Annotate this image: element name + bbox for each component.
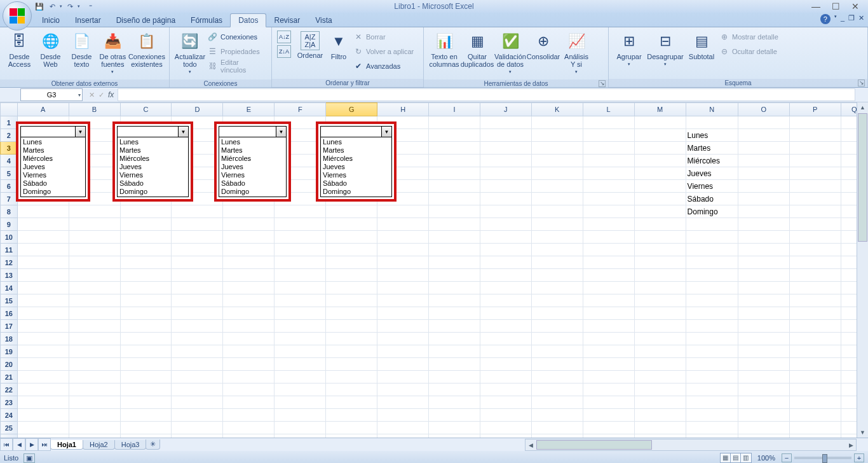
cell-N15[interactable]	[686, 294, 738, 307]
cell-P13[interactable]	[789, 269, 841, 282]
row-header-21[interactable]: 21	[1, 371, 18, 384]
cell-C15[interactable]	[120, 294, 172, 307]
cell-H10[interactable]	[377, 231, 429, 244]
cell-F18[interactable]	[275, 333, 326, 345]
column-header-A[interactable]: A	[17, 103, 69, 116]
cell-L7[interactable]	[583, 193, 634, 205]
cell-F19[interactable]	[275, 345, 326, 358]
cell-N6[interactable]: Viernes	[686, 180, 738, 193]
cell-H18[interactable]	[377, 333, 429, 345]
cell-A20[interactable]	[17, 358, 69, 371]
cell-H23[interactable]	[377, 396, 429, 409]
mostrar-detalle-button[interactable]: ⊕Mostrar detalle	[719, 30, 778, 44]
cell-B17[interactable]	[69, 320, 120, 333]
ocultar-detalle-button[interactable]: ⊖Ocultar detalle	[719, 45, 778, 59]
desde-access-button[interactable]: 🗄Desde Access	[4, 30, 35, 69]
combo-field[interactable]: ▼	[219, 126, 287, 137]
cell-P7[interactable]	[789, 193, 841, 205]
cell-F12[interactable]	[275, 256, 326, 269]
analisis-ysi-button[interactable]: 📈Análisis Y si▾	[560, 30, 593, 77]
cell-L10[interactable]	[583, 231, 634, 244]
row-header-10[interactable]: 10	[1, 231, 18, 244]
combo-dropdown-button[interactable]: ▼	[381, 127, 391, 137]
cell-D22[interactable]	[172, 384, 223, 396]
cell-C19[interactable]	[120, 345, 172, 358]
cell-O17[interactable]	[738, 320, 789, 333]
combo-option[interactable]: Miércoles	[119, 155, 186, 163]
cell-E22[interactable]	[223, 384, 275, 396]
cell-M16[interactable]	[634, 307, 686, 320]
zoom-out-button[interactable]: −	[782, 453, 792, 462]
cell-B24[interactable]	[69, 409, 120, 422]
cell-K8[interactable]	[531, 205, 583, 218]
cell-F15[interactable]	[275, 294, 326, 307]
column-header-I[interactable]: I	[429, 103, 480, 116]
cell-E8[interactable]	[223, 205, 275, 218]
cell-H11[interactable]	[377, 244, 429, 256]
cell-B11[interactable]	[69, 244, 120, 256]
cell-O25[interactable]	[738, 422, 789, 434]
cell-A9[interactable]	[17, 218, 69, 231]
cell-N25[interactable]	[686, 422, 738, 434]
zoom-in-button[interactable]: +	[854, 453, 864, 462]
cell-P19[interactable]	[789, 345, 841, 358]
cell-C17[interactable]	[120, 320, 172, 333]
cell-M20[interactable]	[634, 358, 686, 371]
cell-I24[interactable]	[429, 409, 480, 422]
cell-I17[interactable]	[429, 320, 480, 333]
cell-D24[interactable]	[172, 409, 223, 422]
row-header-13[interactable]: 13	[1, 269, 18, 282]
select-all-cell[interactable]	[1, 103, 18, 116]
cell-A17[interactable]	[17, 320, 69, 333]
doc-restore-button[interactable]: ❐	[848, 14, 855, 24]
column-header-H[interactable]: H	[377, 103, 429, 116]
cell-F17[interactable]	[275, 320, 326, 333]
column-header-P[interactable]: P	[789, 103, 841, 116]
column-header-B[interactable]: B	[69, 103, 120, 116]
hscroll-thumb[interactable]	[536, 440, 652, 450]
consolidar-button[interactable]: ⊕Consolidar	[527, 30, 560, 62]
agrupar-button[interactable]: ⊞Agrupar▾	[613, 30, 646, 69]
cell-G25[interactable]	[326, 422, 377, 434]
cell-G12[interactable]	[326, 256, 377, 269]
insert-sheet-button[interactable]: ✳	[146, 439, 160, 450]
cell-O11[interactable]	[738, 244, 789, 256]
cell-F24[interactable]	[275, 409, 326, 422]
cell-M4[interactable]	[634, 155, 686, 167]
cell-L21[interactable]	[583, 371, 634, 384]
cell-A25[interactable]	[17, 422, 69, 434]
cell-H25[interactable]	[377, 422, 429, 434]
cell-H14[interactable]	[377, 282, 429, 294]
cell-O6[interactable]	[738, 180, 789, 193]
sheet-tab-hoja1[interactable]: Hoja1	[50, 440, 83, 450]
cell-J12[interactable]	[480, 256, 531, 269]
help-icon[interactable]: ?	[820, 14, 831, 24]
combo-option[interactable]: Sábado	[119, 179, 186, 188]
row-header-11[interactable]: 11	[1, 244, 18, 256]
cell-P5[interactable]	[789, 167, 841, 180]
cell-N4[interactable]: Miércoles	[686, 155, 738, 167]
cell-K3[interactable]	[531, 142, 583, 155]
cancel-formula-icon[interactable]: ✕	[89, 91, 95, 99]
cell-C8[interactable]	[120, 205, 172, 218]
cell-B21[interactable]	[69, 371, 120, 384]
cell-L23[interactable]	[583, 396, 634, 409]
cell-H22[interactable]	[377, 384, 429, 396]
combo-option[interactable]: Lunes	[23, 138, 83, 146]
cell-M11[interactable]	[634, 244, 686, 256]
cell-M3[interactable]	[634, 142, 686, 155]
cell-I14[interactable]	[429, 282, 480, 294]
row-header-6[interactable]: 6	[1, 180, 18, 193]
cell-A13[interactable]	[17, 269, 69, 282]
cell-C21[interactable]	[120, 371, 172, 384]
cell-I6[interactable]	[429, 180, 480, 193]
cell-G22[interactable]	[326, 384, 377, 396]
row-header-1[interactable]: 1	[1, 116, 18, 129]
formula-input[interactable]	[118, 88, 855, 101]
de-otras-fuentes-button[interactable]: 📥De otras fuentes▾	[97, 30, 128, 77]
cell-B23[interactable]	[69, 396, 120, 409]
cell-H13[interactable]	[377, 269, 429, 282]
cell-P14[interactable]	[789, 282, 841, 294]
cell-H12[interactable]	[377, 256, 429, 269]
cell-I3[interactable]	[429, 142, 480, 155]
